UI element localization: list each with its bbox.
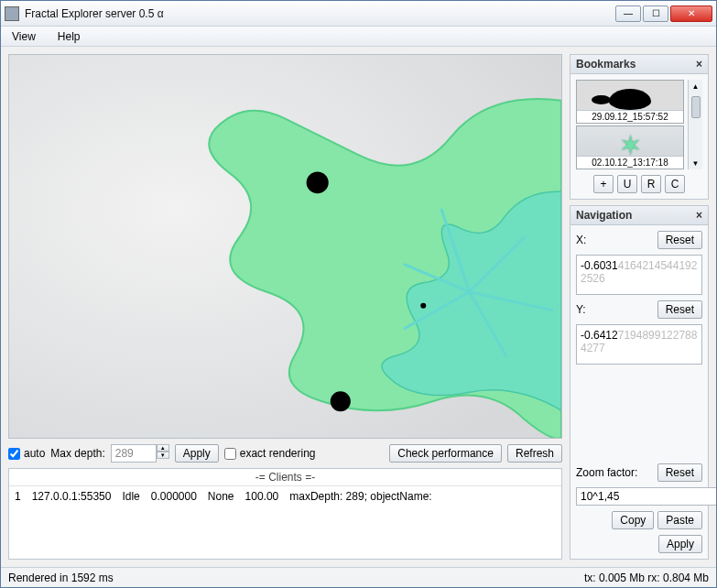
- y-reset-button[interactable]: Reset: [657, 300, 702, 319]
- bookmark-label: 02.10.12_13:17:18: [577, 156, 683, 169]
- clients-panel: -= Clients =- 1 127.0.0.1:55350 Idle 0.0…: [8, 468, 562, 560]
- bookmark-buttons: + U R C: [576, 175, 702, 193]
- menu-help[interactable]: Help: [52, 28, 86, 45]
- clients-header: -= Clients =-: [9, 469, 561, 485]
- x-label: X:: [576, 234, 586, 246]
- x-reset-button[interactable]: Reset: [657, 231, 702, 249]
- client-state: Idle: [122, 490, 139, 503]
- client-index: 1: [15, 490, 21, 503]
- bookmark-item[interactable]: 02.10.12_13:17:18: [576, 125, 684, 169]
- left-pane: auto Max depth: ▲▼ Apply exact rendering…: [1, 47, 570, 567]
- bookmarks-panel: Bookmarks × 29.09.12_15:57:52 02.10.12_1…: [570, 54, 709, 200]
- bookmark-item[interactable]: 29.09.12_15:57:52: [576, 80, 684, 124]
- render-time: Rendered in 1592 ms: [8, 572, 114, 584]
- scroll-thumb[interactable]: [691, 96, 701, 118]
- navigation-close-icon[interactable]: ×: [696, 209, 702, 222]
- check-performance-button[interactable]: Check performance: [389, 444, 502, 463]
- exact-label: exact rendering: [240, 447, 316, 460]
- exact-checkbox-input[interactable]: [224, 448, 236, 460]
- bookmark-c-button[interactable]: C: [665, 175, 685, 193]
- nav-apply-button[interactable]: Apply: [658, 535, 702, 553]
- fractal-viewport[interactable]: [8, 54, 562, 439]
- titlebar: Fractal Explorer server 0.5 α — ☐ ✕: [1, 1, 716, 27]
- navigation-title-bar: Navigation ×: [570, 206, 708, 225]
- maxdepth-input[interactable]: [111, 444, 157, 463]
- x-field[interactable]: -0.603141642145441922526: [576, 255, 702, 295]
- bookmark-u-button[interactable]: U: [617, 175, 637, 193]
- close-button[interactable]: ✕: [670, 5, 712, 22]
- paste-button[interactable]: Paste: [657, 511, 702, 529]
- controls-row: auto Max depth: ▲▼ Apply exact rendering…: [8, 444, 562, 463]
- maxdepth-spinner[interactable]: ▲▼: [111, 444, 169, 463]
- bookmarks-title: Bookmarks: [576, 58, 636, 71]
- bookmark-r-button[interactable]: R: [641, 175, 661, 193]
- window-title: Fractal Explorer server 0.5 α: [25, 7, 615, 20]
- scroll-up-icon[interactable]: ▲: [689, 80, 702, 93]
- refresh-button[interactable]: Refresh: [507, 444, 562, 463]
- zoom-reset-button[interactable]: Reset: [657, 463, 702, 482]
- menu-view[interactable]: View: [6, 28, 41, 45]
- app-icon: [5, 6, 19, 21]
- bookmarks-close-icon[interactable]: ×: [696, 58, 702, 71]
- maximize-button[interactable]: ☐: [643, 5, 668, 22]
- bookmarks-title-bar: Bookmarks ×: [570, 55, 708, 74]
- maxdepth-spin-buttons[interactable]: ▲▼: [157, 444, 169, 463]
- scroll-down-icon[interactable]: ▼: [689, 157, 702, 169]
- y-label: Y:: [576, 303, 586, 316]
- table-row[interactable]: 1 127.0.0.1:55350 Idle 0.000000 None 100…: [9, 485, 561, 506]
- zoom-label: Zoom factor:: [576, 466, 637, 479]
- statusbar: Rendered in 1592 ms tx: 0.005 Mb rx: 0.8…: [1, 567, 716, 587]
- main-area: auto Max depth: ▲▼ Apply exact rendering…: [1, 47, 716, 567]
- svg-point-9: [420, 303, 426, 309]
- client-info: maxDepth: 289; objectName:: [289, 490, 431, 503]
- auto-checkbox-input[interactable]: [8, 448, 20, 460]
- auto-label: auto: [24, 447, 45, 460]
- copy-button[interactable]: Copy: [612, 511, 654, 529]
- navigation-panel: Navigation × X: Reset -0.603141642145441…: [570, 205, 709, 560]
- bookmark-add-button[interactable]: +: [593, 175, 614, 193]
- exact-rendering-checkbox[interactable]: exact rendering: [224, 447, 316, 460]
- x-value-sig: -0.6031: [581, 259, 618, 272]
- client-v2: None: [208, 490, 234, 503]
- window-buttons: — ☐ ✕: [615, 5, 712, 22]
- right-pane: Bookmarks × 29.09.12_15:57:52 02.10.12_1…: [570, 47, 716, 567]
- client-v1: 0.000000: [151, 490, 197, 503]
- y-value-sig: -0.6412: [581, 329, 618, 342]
- bookmark-scrollbar[interactable]: ▲ ▼: [688, 80, 702, 169]
- y-field[interactable]: -0.641271948991227884277: [576, 324, 702, 365]
- svg-point-7: [307, 171, 329, 193]
- client-addr: 127.0.0.1:55350: [32, 490, 112, 503]
- auto-checkbox[interactable]: auto: [8, 447, 45, 460]
- minimize-button[interactable]: —: [615, 5, 641, 22]
- network-stats: tx: 0.005 Mb rx: 0.804 Mb: [584, 572, 709, 584]
- menubar: View Help: [1, 27, 716, 47]
- client-v3: 100.00: [245, 490, 279, 503]
- svg-point-8: [331, 391, 351, 411]
- maxdepth-label: Max depth:: [50, 447, 104, 460]
- bookmark-thumbs: 29.09.12_15:57:52 02.10.12_13:17:18 ▲ ▼: [576, 80, 702, 169]
- zoom-input[interactable]: [576, 487, 716, 506]
- navigation-title: Navigation: [576, 209, 632, 222]
- apply-button[interactable]: Apply: [175, 444, 219, 463]
